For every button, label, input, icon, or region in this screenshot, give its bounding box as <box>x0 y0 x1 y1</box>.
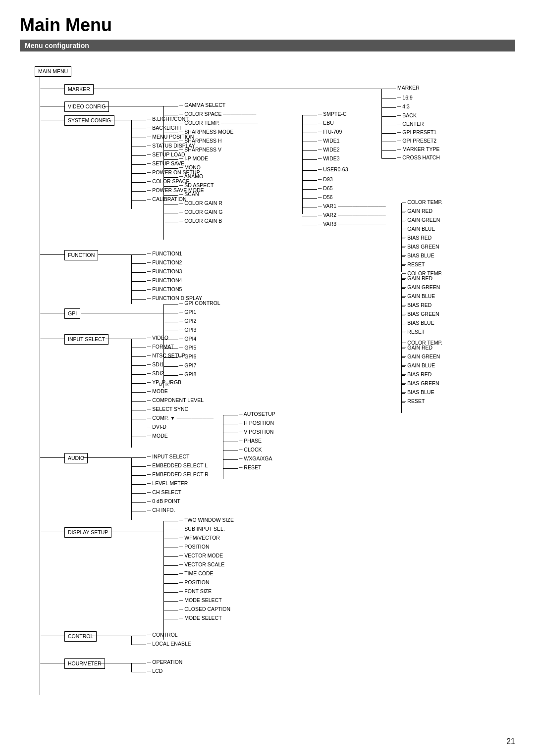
var1-br: ─ BIAS RED <box>402 235 431 241</box>
ct-smptec: ─ SMPTE-C <box>318 111 347 117</box>
sc-calib: ─ CALIBRATION <box>147 196 187 202</box>
comp-hpos: ─ H POSITION <box>239 420 274 426</box>
var3-bb: ─ BIAS BLUE <box>402 389 434 395</box>
ct-var1: ─ VAR1 ───────────── <box>318 203 386 209</box>
ds-fontsize: ─ FONT SIZE <box>179 588 212 594</box>
ct-d93: ─ D93 <box>318 176 333 182</box>
sc-colorspace: ─ COLOR SPACE <box>147 178 189 184</box>
fn-5: ─ FUNCTION5 <box>147 286 182 292</box>
section-header: Menu configuration <box>20 40 515 51</box>
comp-auto: ─ AUTOSETUP <box>239 411 275 417</box>
sc-setupsave: ─ SETUP SAVE <box>147 160 184 166</box>
var2-gb: ─ GAIN BLUE <box>402 293 435 299</box>
gpi-2: ─ GPI2 <box>179 318 196 324</box>
ct-var2: ─ VAR2 ───────────── <box>318 212 386 218</box>
ds-twowin: ─ TWO WINDOW SIZE <box>179 517 234 523</box>
fn-4: ─ FUNCTION4 <box>147 277 182 283</box>
is-video: ─ VIDEO <box>147 335 168 341</box>
video-config-node: VIDEO CONFIG <box>64 101 109 112</box>
vc-colorspace: ─ COLOR SPACE ───────── <box>179 111 256 117</box>
input-select-node: INPUT SELECT <box>64 334 108 345</box>
vc-cgb: ─ COLOR GAIN B <box>179 218 222 224</box>
marker-r5: ─ CENTER <box>397 121 424 127</box>
au-levelmeter: ─ LEVEL METER <box>147 480 188 486</box>
gpi-node: GPI <box>64 308 80 319</box>
ctrl-local: ─ LOCAL ENABLE <box>147 641 191 647</box>
is-mode: ─ MODE <box>147 388 168 394</box>
ds-wfm: ─ WFM/VECTOR <box>179 535 220 541</box>
is-sdi1: ─ SDI1 <box>147 361 164 367</box>
gpi-3: ─ GPI3 <box>179 327 196 333</box>
gpi-4: ─ GPI4 <box>179 336 196 342</box>
au-inputsel: ─ INPUT SELECT <box>147 454 189 459</box>
function-node: FUNCTION <box>64 250 98 260</box>
ds-pos2: ─ POSITION <box>179 579 210 585</box>
is-ypbpr: ─ YPBPR/RGB <box>147 379 181 387</box>
au-chinfo: ─ CH INFO. <box>147 507 175 513</box>
marker-r7: ─ GPI PRESET2 <box>397 138 436 144</box>
ds-modesel2: ─ MODE SELECT <box>179 615 222 621</box>
root-node: MAIN MENU <box>35 66 71 77</box>
var2-bg: ─ BIAS GREEN <box>402 311 439 317</box>
marker-node: MARKER <box>64 84 94 95</box>
gpi-7: ─ GPI7 <box>179 362 196 368</box>
ds-modesel: ─ MODE SELECT <box>179 597 222 603</box>
is-selectsync: ─ SELECT SYNC <box>147 406 188 412</box>
au-chselect: ─ CH SELECT <box>147 489 181 495</box>
var1-bg: ─ BIAS GREEN <box>402 244 439 250</box>
control-node: CONTROL <box>64 631 97 642</box>
ds-pos: ─ POSITION <box>179 544 210 550</box>
sc-poweronsetup: ─ POWER ON SETUP <box>147 169 200 175</box>
is-sdi2: ─ SDI2 <box>147 370 164 376</box>
display-setup-node: DISPLAY SETUP <box>64 527 111 538</box>
hm-lcd: ─ LCD <box>147 668 162 674</box>
is-dvid: ─ DVI-D <box>147 424 166 430</box>
gpi-8: ─ GPI8 <box>179 371 196 377</box>
sc-powersave: ─ POWER SAVE MODE <box>147 187 204 193</box>
vc-gamma: ─ GAMMA SELECT <box>179 102 225 108</box>
ct-itu: ─ ITU-709 <box>318 129 342 135</box>
sc-statusdisplay: ─ STATUS DISPLAY <box>147 143 195 149</box>
marker-r1: MARKER <box>397 85 420 91</box>
var2-gr: ─ GAIN RED <box>402 275 432 281</box>
var1-gb: ─ GAIN BLUE <box>402 226 435 232</box>
comp-phase: ─ PHASE <box>239 438 262 444</box>
comp-clock: ─ CLOCK <box>239 447 262 453</box>
sc-setupload: ─ SETUP LOAD <box>147 151 185 157</box>
ds-vecscale: ─ VECTOR SCALE <box>179 561 224 567</box>
ct-d65: ─ D65 <box>318 185 333 191</box>
sc-backlight: ─ BACKLIGHT <box>147 125 182 131</box>
ds-vecmode: ─ VECTOR MODE <box>179 553 223 558</box>
marker-r3: ─ 4:3 <box>397 103 410 109</box>
hourmeter-node: HOURMETER <box>64 658 105 669</box>
var1-bb: ─ BIAS BLUE <box>402 252 434 258</box>
vc-cgg: ─ COLOR GAIN G <box>179 209 222 215</box>
var1-gr: ─ GAIN RED <box>402 208 432 214</box>
comp-wxga: ─ WXGA/XGA <box>239 455 272 461</box>
fn-2: ─ FUNCTION2 <box>147 259 182 265</box>
ct-user: ─ USER0-63 <box>318 166 348 172</box>
sc-menupos: ─ MENU POSITION <box>147 134 194 140</box>
ctrl-control: ─ CONTROL <box>147 632 178 638</box>
var2-reset: ─ RESET <box>402 329 425 335</box>
var1-ct: ─ COLOR TEMP. <box>402 199 442 205</box>
gpi-control: ─ GPI CONTROL <box>179 300 220 306</box>
ds-timecode: ─ TIME CODE <box>179 570 214 576</box>
ct-wide2: ─ WIDE2 <box>318 147 340 152</box>
var2-gg: ─ GAIN GREEN <box>402 284 440 290</box>
sc-blight: ─ B.LIGHT/CONT. <box>147 116 190 122</box>
var1-gg: ─ GAIN GREEN <box>402 217 440 223</box>
audio-node: AUDIO <box>64 453 88 463</box>
marker-r9: ─ CROSS HATCH <box>397 154 440 160</box>
gpi-5: ─ GPI5 <box>179 345 196 351</box>
au-embell: ─ EMBEDDED SELECT L <box>147 462 208 468</box>
ct-wide3: ─ WIDE3 <box>318 155 340 161</box>
var3-gb: ─ GAIN BLUE <box>402 362 435 368</box>
marker-r4: ─ BACK <box>397 112 417 118</box>
vc-colortemp: ─ COLOR TEMP. ────────── <box>179 120 258 126</box>
var3-br: ─ BIAS RED <box>402 371 431 377</box>
au-0db: ─ 0 dB POINT <box>147 498 180 504</box>
marker-r6: ─ GPI PRESET1 <box>397 129 436 135</box>
fn-3: ─ FUNCTION3 <box>147 268 182 274</box>
is-complevel: ─ COMPONENT LEVEL <box>147 397 204 403</box>
